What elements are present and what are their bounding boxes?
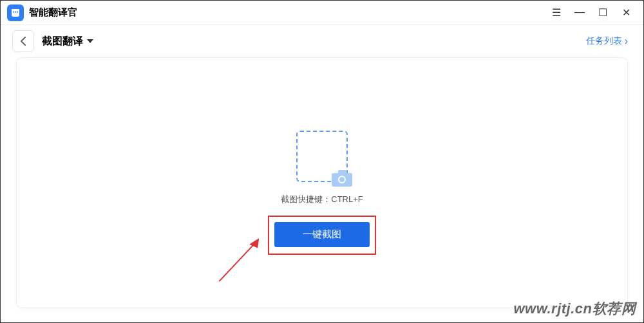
shortcut-hint: 截图快捷键：CTRL+F (281, 194, 363, 205)
action-group: 一键截图 (268, 216, 376, 255)
chevron-left-icon (20, 37, 26, 46)
svg-point-1 (15, 11, 16, 12)
task-list-link[interactable]: 任务列表 › (586, 35, 628, 47)
svg-point-2 (17, 11, 18, 12)
camera-icon (331, 169, 353, 187)
task-list-label: 任务列表 (586, 35, 622, 47)
close-icon[interactable]: ✕ (620, 6, 632, 19)
toolbar: 截图翻译 任务列表 › (1, 25, 643, 57)
main-panel: 截图快捷键：CTRL+F 一键截图 (16, 57, 628, 308)
window-controls: ☰ — ☐ ✕ (551, 6, 637, 19)
watermark-text: www.rjtj.cn软荐网 (513, 299, 636, 318)
back-button[interactable] (12, 30, 34, 52)
svg-marker-8 (249, 238, 263, 251)
menu-icon[interactable]: ☰ (551, 6, 562, 19)
mode-selector[interactable]: 截图翻译 (42, 35, 93, 48)
annotation-highlight: 一键截图 (268, 216, 376, 255)
titlebar: 智能翻译官 ☰ — ☐ ✕ (1, 1, 643, 25)
svg-point-0 (13, 11, 14, 12)
minimize-icon[interactable]: — (574, 6, 585, 19)
app-title: 智能翻译官 (29, 6, 77, 19)
app-logo-icon (7, 5, 24, 21)
svg-point-6 (339, 177, 345, 182)
screenshot-button[interactable]: 一键截图 (274, 222, 370, 247)
svg-line-7 (213, 244, 261, 281)
mode-label: 截图翻译 (42, 35, 83, 48)
svg-rect-4 (338, 170, 346, 174)
caret-down-icon (87, 39, 93, 43)
chevron-right-icon: › (625, 35, 628, 47)
maximize-icon[interactable]: ☐ (597, 6, 609, 19)
annotation-arrow-icon (209, 237, 269, 284)
capture-area-icon (296, 131, 348, 182)
